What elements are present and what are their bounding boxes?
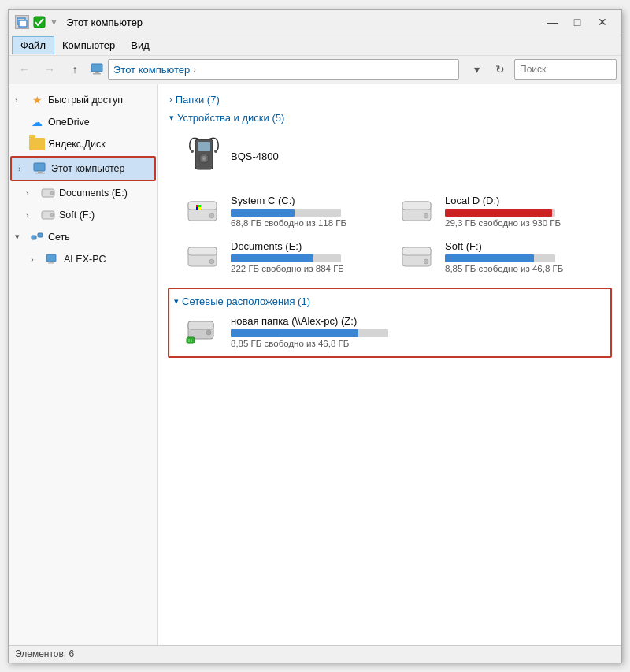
close-button[interactable]: ✕ — [590, 12, 615, 32]
sidebar-item-onedrive[interactable]: ☁ OneDrive — [9, 111, 158, 133]
drive-local-d[interactable]: Local D (D:) 29,3 ГБ свободно из 930 ГБ — [395, 190, 599, 232]
drive-icon-e — [185, 240, 223, 272]
expand-arrow-this-pc: › — [18, 164, 29, 173]
svg-rect-31 — [196, 207, 198, 210]
expand-arrow-quick: › — [15, 95, 26, 105]
sidebar-item-quick-access[interactable]: › ★ Быстрый доступ — [9, 89, 158, 111]
menu-bar: Файл Компьютер Вид — [9, 35, 621, 56]
forward-button[interactable]: → — [39, 58, 61, 80]
status-text: Элементов: 6 — [15, 648, 74, 659]
check-icon — [32, 15, 46, 29]
expand-arrow-alex: › — [31, 254, 42, 264]
drive-info-e: Documents (E:) 222 ГБ свободно из 884 ГБ — [231, 240, 380, 273]
svg-rect-4 — [94, 72, 99, 73]
svg-rect-47 — [188, 339, 190, 342]
svg-rect-48 — [191, 339, 192, 342]
pc-icon — [32, 161, 48, 176]
network-section-header[interactable]: ▾ Сетевые расположения (1) — [172, 292, 607, 310]
svg-rect-20 — [198, 142, 210, 151]
svg-rect-16 — [46, 254, 56, 262]
devices-label: Устройства и диски (5) — [177, 112, 284, 124]
title-separator: ▼ — [50, 17, 58, 27]
drive-fill-d — [445, 209, 552, 217]
devices-section: ▾ Устройства и диски (5) — [168, 109, 612, 281]
drive-info-c: System C (C:) 68,8 ГБ свободно из 118 ГБ — [231, 195, 380, 228]
network-drive-icon-z — [185, 315, 223, 347]
devices-arrow: ▾ — [169, 113, 174, 123]
drive-name-c: System C (C:) — [231, 195, 380, 206]
device-bqs[interactable]: BQS-4800 — [180, 130, 284, 184]
maximize-button[interactable]: □ — [565, 12, 590, 32]
devices-section-header[interactable]: ▾ Устройства и диски (5) — [168, 109, 612, 127]
sidebar-item-label-network: Сеть — [48, 232, 70, 243]
address-bar-pc-icon — [89, 61, 105, 77]
svg-rect-32 — [198, 207, 201, 210]
drive-bar-e — [231, 254, 341, 262]
drive-free-z: 8,85 ГБ свободно из 46,8 ГБ — [231, 339, 595, 348]
expand-arrow-network: ▾ — [15, 232, 26, 242]
drives-grid: System C (C:) 68,8 ГБ свободно из 118 ГБ — [168, 187, 612, 281]
menu-file[interactable]: Файл — [12, 36, 54, 54]
minimize-button[interactable]: — — [539, 12, 565, 32]
svg-rect-14 — [38, 233, 43, 237]
drive-system-c[interactable]: System C (C:) 68,8 ГБ свободно из 118 ГБ — [180, 190, 385, 232]
address-chevron: › — [193, 65, 196, 74]
network-item-z[interactable]: новая папка (\\Alex-pc) (Z:) 8,85 ГБ сво… — [172, 310, 607, 353]
sidebar-item-yandex[interactable]: Яндекс.Диск — [9, 133, 158, 155]
sidebar-item-network[interactable]: ▾ Сеть — [9, 226, 158, 248]
title-controls: — □ ✕ — [539, 12, 615, 32]
status-bar: Элементов: 6 — [9, 645, 621, 663]
expand-arrow-soft: › — [26, 210, 37, 220]
svg-rect-8 — [35, 173, 45, 174]
title-bar: ▼ Этот компьютер — □ ✕ — [9, 10, 621, 35]
up-button[interactable]: ↑ — [64, 58, 86, 80]
svg-rect-35 — [402, 202, 431, 210]
menu-view[interactable]: Вид — [123, 37, 158, 54]
hdd-icon-docs — [40, 185, 56, 201]
address-bar[interactable]: Этот компьютер › — [108, 59, 459, 80]
bqs-icon — [185, 135, 223, 179]
drive-name-e: Documents (E:) — [231, 240, 380, 252]
window: ▼ Этот компьютер — □ ✕ Файл Компьютер Ви… — [8, 9, 622, 663]
refresh-button[interactable]: ↻ — [489, 58, 511, 80]
drive-info-z: новая папка (\\Alex-pc) (Z:) 8,85 ГБ сво… — [231, 315, 595, 348]
sidebar-item-this-pc[interactable]: › Этот компьютер — [12, 158, 154, 180]
folders-label: Папки (7) — [176, 94, 220, 106]
svg-point-10 — [50, 191, 54, 195]
search-input[interactable] — [514, 59, 617, 80]
drive-bar-f — [445, 254, 555, 262]
drive-soft-f[interactable]: Soft (F:) 8,85 ГБ свободно из 46,8 ГБ — [395, 236, 599, 278]
svg-point-23 — [203, 158, 205, 159]
drive-bar-c — [231, 209, 341, 217]
svg-rect-17 — [50, 262, 53, 263]
network-section: ▾ Сетевые расположения (1) — [168, 288, 612, 358]
title-bar-icons: ▼ — [15, 15, 58, 29]
bqs-name: BQS-4800 — [231, 150, 279, 162]
svg-rect-29 — [196, 205, 198, 207]
sidebar-item-label-onedrive: OneDrive — [48, 117, 90, 128]
drive-free-c: 68,8 ГБ свободно из 118 ГБ — [231, 218, 380, 228]
svg-point-36 — [424, 213, 428, 218]
svg-rect-30 — [198, 205, 201, 207]
menu-computer[interactable]: Компьютер — [54, 37, 123, 54]
dropdown-button[interactable]: ▾ — [465, 58, 487, 80]
drive-documents-e[interactable]: Documents (E:) 222 ГБ свободно из 884 ГБ — [180, 236, 385, 278]
sidebar-item-label-docs: Documents (E:) — [59, 187, 128, 199]
cloud-icon: ☁ — [29, 114, 45, 130]
drive-info-f: Soft (F:) 8,85 ГБ свободно из 46,8 ГБ — [445, 240, 595, 273]
sidebar-item-soft[interactable]: › Soft (F:) — [9, 204, 158, 226]
network-icon — [29, 229, 45, 245]
svg-rect-7 — [38, 171, 43, 173]
drive-bar-z — [231, 329, 388, 337]
svg-rect-13 — [32, 236, 36, 239]
back-button[interactable]: ← — [13, 58, 35, 80]
drive-icon-c — [185, 195, 223, 226]
svg-point-33 — [209, 213, 214, 218]
sidebar-item-label-yandex: Яндекс.Диск — [48, 139, 106, 150]
address-right: ▾ ↻ — [465, 58, 511, 80]
hdd-icon-soft — [40, 207, 56, 223]
sidebar-item-documents[interactable]: › Documents (E:) — [9, 182, 158, 204]
sidebar-item-alex-pc[interactable]: › ALEX-PC — [9, 248, 158, 270]
sidebar-item-label-this-pc: Этот компьютер — [51, 163, 124, 174]
folders-section-header[interactable]: › Папки (7) — [168, 91, 612, 109]
